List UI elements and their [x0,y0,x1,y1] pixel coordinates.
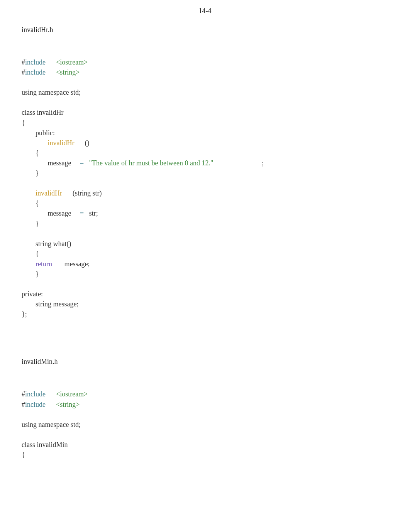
code-line: invalidHr () [22,138,388,148]
code-line: { [22,148,388,158]
code-segment: = [80,209,84,217]
code-segment [22,260,36,268]
code-segment: <iostream> [56,390,88,398]
code-segment: # [22,58,25,66]
code-line: { [22,198,388,208]
code-segment: <string> [56,401,80,408]
code-line: using namespace std; [22,420,388,430]
code-line [22,410,388,420]
code-segment: invalidHr [48,139,75,147]
code-line: class invalidHr [22,107,388,117]
code-segment: "The value of hr must be between 0 and 1… [89,159,213,167]
code-segment: include [25,68,46,76]
code-segment [46,401,56,408]
code-line [22,279,388,289]
code-segment [22,189,36,197]
code-segment: ; [213,159,264,167]
code-line: { [22,450,388,460]
code-segment: message; [52,260,90,268]
code-line: { [22,249,388,259]
code-segment [46,68,56,76]
code-line: #include <string> [22,399,388,410]
code-segment: message [22,209,80,217]
code-segment: { [22,250,39,258]
code-line: }; [22,309,388,319]
code-segment: include [25,390,46,398]
code-block-invalidhr: #include <iostream>#include <string> usi… [22,57,388,319]
code-segment: { [22,451,25,459]
code-segment: { [22,119,25,127]
code-line [22,178,388,188]
code-line: string what() [22,239,388,249]
code-segment: (string str) [62,189,102,197]
code-segment: public: [22,129,55,137]
code-segment [84,159,89,167]
code-segment: # [22,401,25,408]
code-segment: invalidHr [36,189,62,197]
code-line [22,97,388,107]
code-segment: include [25,58,46,66]
code-line: } [22,269,388,279]
code-line: #include <iostream> [22,389,388,399]
code-segment: } [22,220,39,228]
code-line: } [22,168,388,178]
code-segment [46,390,56,398]
code-segment [46,58,56,66]
code-segment [22,139,48,147]
code-line: message = str; [22,208,388,218]
code-line: message = "The value of hr must be betwe… [22,158,388,168]
code-segment: <iostream> [56,58,88,66]
page: 14-4 invalidHr.h #include <iostream>#inc… [0,0,410,532]
code-segment: { [22,199,39,207]
code-line: using namespace std; [22,87,388,97]
code-line: public: [22,128,388,138]
page-number: 14-4 [22,7,388,15]
code-segment: class invalidMin [22,441,68,449]
code-segment: return [36,260,52,268]
code-segment: }; [22,310,27,318]
code-segment: () [75,139,90,147]
code-line: { [22,118,388,128]
section-title-invalidhr: invalidHr.h [22,26,388,34]
code-segment: = [80,159,84,167]
code-line: invalidHr (string str) [22,188,388,198]
code-segment: include [25,401,46,408]
code-line: } [22,219,388,229]
code-line: #include <iostream> [22,57,388,67]
code-line: #include <string> [22,67,388,77]
code-line [22,430,388,440]
code-segment: using namespace std; [22,88,81,96]
code-line: class invalidMin [22,440,388,450]
code-line [22,77,388,87]
code-segment: string what() [22,240,71,248]
code-segment: { [22,149,39,157]
code-segment: message [22,159,80,167]
code-segment: str; [84,209,98,217]
code-segment: # [22,390,25,398]
code-line [22,229,388,239]
code-segment: string message; [22,300,78,308]
code-segment: # [22,68,25,76]
code-segment: } [22,169,39,177]
code-block-invalidmin: #include <iostream>#include <string> usi… [22,389,388,460]
section-title-invalidmin: invalidMin.h [22,358,388,366]
code-segment: private: [22,290,43,298]
code-segment: using namespace std; [22,421,81,428]
code-line: private: [22,289,388,299]
code-segment: <string> [56,68,80,76]
code-segment: class invalidHr [22,109,63,116]
code-segment: } [22,270,39,278]
code-line: return message; [22,259,388,269]
code-line: string message; [22,299,388,309]
